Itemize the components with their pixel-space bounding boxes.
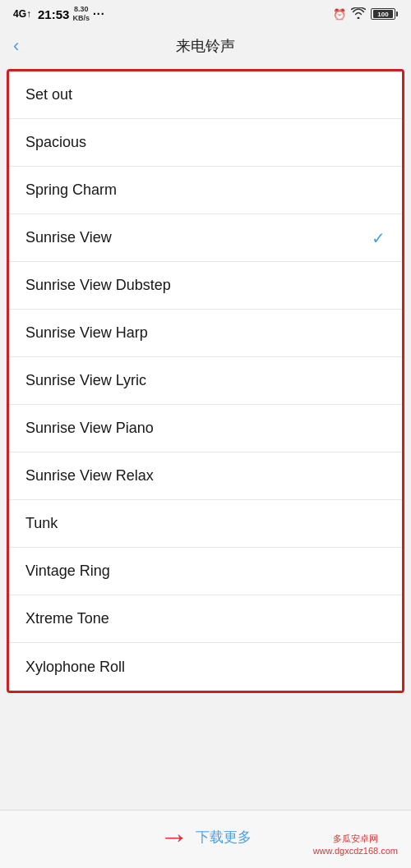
list-item-label: Xtreme Tone — [25, 610, 109, 627]
status-right: ⏰ 100 — [333, 7, 398, 21]
list-item[interactable]: Spring Charm — [9, 167, 402, 214]
status-dots: ··· — [93, 7, 105, 21]
download-more-button[interactable]: 下载更多 — [196, 828, 252, 847]
status-bar: 4G↑ 21:53 8.30 KB/s ··· ⏰ 100 — [0, 0, 411, 26]
list-item-label: Sunrise View Lyric — [25, 372, 146, 389]
page-title: 来电铃声 — [176, 36, 235, 56]
list-item-label: Set out — [25, 86, 72, 103]
list-item[interactable]: Sunrise View Lyric — [9, 357, 402, 405]
watermark-line2: www.dgxcdz168.com — [313, 845, 398, 857]
list-item-label: Xylophone Roll — [25, 659, 125, 676]
watermark-line1: 多瓜安卓网 — [313, 833, 398, 844]
list-item-label: Sunrise View — [25, 229, 112, 246]
list-item[interactable]: Spacious — [9, 119, 402, 167]
arrow-right-icon: → — [159, 822, 189, 852]
list-item[interactable]: Xylophone Roll — [9, 643, 402, 691]
list-item-label: Spring Charm — [25, 181, 117, 199]
list-item-label: Sunrise View Relax — [25, 467, 154, 485]
list-item[interactable]: Vintage Ring — [9, 548, 402, 595]
list-item[interactable]: Xtreme Tone — [9, 595, 402, 643]
list-item-sunrise-view-selected[interactable]: Sunrise View ✓ — [9, 214, 402, 262]
header: ‹ 来电铃声 — [0, 26, 411, 66]
list-item-label: Sunrise View Harp — [25, 324, 148, 342]
watermark: 多瓜安卓网 www.dgxcdz168.com — [313, 833, 398, 857]
wifi-icon — [351, 7, 366, 21]
list-item[interactable]: Sunrise View Harp — [9, 310, 402, 357]
list-item-label: Spacious — [25, 134, 86, 151]
list-item[interactable]: Tunk — [9, 500, 402, 548]
list-item[interactable]: Sunrise View Relax — [9, 452, 402, 500]
ringtone-list: Set out Spacious Spring Charm Sunrise Vi… — [7, 69, 404, 693]
status-time: 21:53 — [38, 7, 69, 21]
list-item[interactable]: Sunrise View Dubstep — [9, 262, 402, 310]
data-speed: 8.30 KB/s — [72, 5, 90, 23]
network-indicator: 4G↑ — [13, 8, 31, 20]
list-item-label: Sunrise View Dubstep — [25, 277, 171, 294]
list-item[interactable]: Set out — [9, 71, 402, 119]
status-left: 4G↑ 21:53 8.30 KB/s ··· — [13, 5, 105, 23]
list-item-label: Tunk — [25, 515, 58, 532]
back-button[interactable]: ‹ — [13, 37, 19, 55]
download-section: → 下载更多 — [159, 822, 252, 852]
list-item-label: Sunrise View Piano — [25, 420, 154, 437]
selected-check-icon: ✓ — [372, 228, 386, 248]
list-item-label: Vintage Ring — [25, 563, 110, 580]
alarm-icon: ⏰ — [333, 8, 346, 21]
list-item[interactable]: Sunrise View Piano — [9, 405, 402, 452]
battery-icon: 100 — [371, 8, 398, 20]
footer: → 下载更多 多瓜安卓网 www.dgxcdz168.com — [0, 810, 411, 868]
